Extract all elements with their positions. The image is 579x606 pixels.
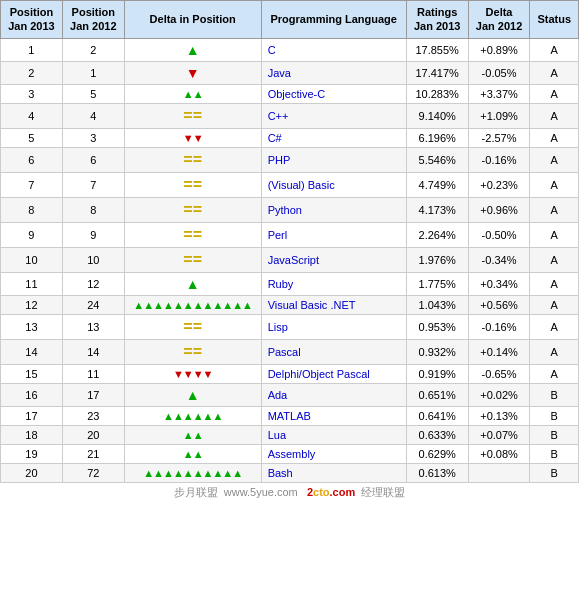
cell-rating: 4.173% [406,197,468,222]
cell-pos2012: 11 [62,364,124,383]
table-row: 10 10 == JavaScript 1.976% -0.34% A [1,247,579,272]
table-row: 16 17 ▲ Ada 0.651% +0.02% B [1,383,579,406]
header-ratings: RatingsJan 2013 [406,1,468,39]
cell-delta: ▲▲ [124,84,261,103]
cell-delta-rating: -2.57% [468,128,530,147]
double-up-icon: ▲▲ [183,448,203,460]
cell-delta-rating: -0.16% [468,314,530,339]
cell-delta-rating: +0.89% [468,38,530,61]
cell-delta-rating: -0.50% [468,222,530,247]
arrow-up-icon: ▲ [186,42,200,58]
cell-pos2013: 9 [1,222,63,247]
cell-rating: 0.633% [406,425,468,444]
cell-pos2012: 24 [62,295,124,314]
cell-rating: 0.641% [406,406,468,425]
cell-delta-rating: +0.08% [468,444,530,463]
table-row: 5 3 ▼▼ C# 6.196% -2.57% A [1,128,579,147]
cell-language: PHP [261,147,406,172]
six-up-icon: ▲▲▲▲▲▲ [163,410,222,422]
cell-delta-rating: -0.05% [468,61,530,84]
cell-pos2013: 20 [1,463,63,482]
cell-pos2013: 16 [1,383,63,406]
cell-language: C# [261,128,406,147]
cell-language: Visual Basic .NET [261,295,406,314]
cell-language: Lisp [261,314,406,339]
cell-pos2013: 14 [1,339,63,364]
table-row: 7 7 == (Visual) Basic 4.749% +0.23% A [1,172,579,197]
cell-delta-rating: +0.02% [468,383,530,406]
cell-pos2012: 10 [62,247,124,272]
cell-pos2013: 8 [1,197,63,222]
cell-pos2012: 17 [62,383,124,406]
cell-delta-rating [468,463,530,482]
cell-rating: 2.264% [406,222,468,247]
cell-pos2013: 13 [1,314,63,339]
cell-pos2012: 3 [62,128,124,147]
cell-rating: 4.749% [406,172,468,197]
table-row: 20 72 ▲▲▲▲▲▲▲▲▲▲ Bash 0.613% B [1,463,579,482]
header-delta-pos: Delta in Position [124,1,261,39]
cell-pos2013: 7 [1,172,63,197]
cell-pos2012: 72 [62,463,124,482]
cell-status: A [530,295,579,314]
cell-language: Bash [261,463,406,482]
cell-rating: 0.651% [406,383,468,406]
cell-delta: ▼▼ [124,128,261,147]
cell-pos2012: 2 [62,38,124,61]
header-delta-rating: DeltaJan 2012 [468,1,530,39]
cell-language: Assembly [261,444,406,463]
cell-language: Objective-C [261,84,406,103]
cell-status: A [530,222,579,247]
cell-status: B [530,463,579,482]
cell-status: B [530,383,579,406]
equal-icon: == [183,343,202,360]
cell-pos2012: 1 [62,61,124,84]
cell-delta: == [124,197,261,222]
cell-delta: ▲▲ [124,444,261,463]
cell-rating: 17.855% [406,38,468,61]
header-pos-2013: PositionJan 2013 [1,1,63,39]
cell-pos2013: 6 [1,147,63,172]
cell-delta-rating: +0.96% [468,197,530,222]
cell-status: A [530,197,579,222]
cell-status: B [530,425,579,444]
cell-delta-rating: -0.16% [468,147,530,172]
header-lang: Programming Language [261,1,406,39]
cell-language: Java [261,61,406,84]
table-row: 9 9 == Perl 2.264% -0.50% A [1,222,579,247]
cell-status: B [530,444,579,463]
cell-delta-rating: +0.23% [468,172,530,197]
cell-pos2013: 5 [1,128,63,147]
cell-pos2013: 11 [1,272,63,295]
equal-icon: == [183,318,202,335]
cell-rating: 1.043% [406,295,468,314]
cell-delta-rating: +0.14% [468,339,530,364]
header-status: Status [530,1,579,39]
cell-pos2012: 14 [62,339,124,364]
cell-delta: ▼ [124,61,261,84]
cell-status: A [530,314,579,339]
table-row: 11 12 ▲ Ruby 1.775% +0.34% A [1,272,579,295]
arrow-up-icon: ▲ [186,276,200,292]
cell-status: A [530,103,579,128]
cell-pos2012: 23 [62,406,124,425]
cell-delta: ▲▲▲▲▲▲▲▲▲▲ [124,463,261,482]
cell-status: A [530,247,579,272]
cell-language: Lua [261,425,406,444]
cell-delta: == [124,247,261,272]
cell-pos2012: 21 [62,444,124,463]
cell-language: Python [261,197,406,222]
cell-delta: == [124,103,261,128]
equal-icon: == [183,151,202,168]
cell-delta: ▼▼▼▼ [124,364,261,383]
quad-down-icon: ▼▼▼▼ [173,368,213,380]
table-row: 15 11 ▼▼▼▼ Delphi/Object Pascal 0.919% -… [1,364,579,383]
cell-rating: 17.417% [406,61,468,84]
table-row: 1 2 ▲ C 17.855% +0.89% A [1,38,579,61]
cell-language: Ruby [261,272,406,295]
table-row: 13 13 == Lisp 0.953% -0.16% A [1,314,579,339]
cell-language: MATLAB [261,406,406,425]
cell-delta: ▲ [124,383,261,406]
cell-pos2012: 5 [62,84,124,103]
cell-pos2013: 10 [1,247,63,272]
